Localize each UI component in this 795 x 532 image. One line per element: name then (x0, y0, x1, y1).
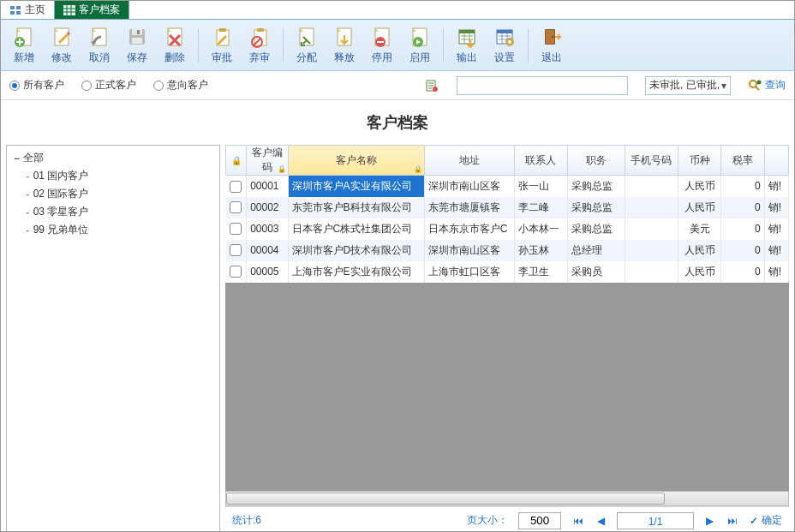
tree-node-label: 02 国际客户 (33, 187, 89, 201)
svg-rect-21 (257, 28, 264, 32)
radio-formal[interactable]: 正式客户 (81, 78, 136, 93)
radio-all-label: 所有客户 (23, 78, 64, 93)
exit-button[interactable]: 退出 (534, 23, 570, 67)
cell-phone (625, 218, 678, 240)
assign-button[interactable]: 分配 (289, 23, 325, 67)
grid-col-6[interactable]: 手机号码 (625, 146, 678, 176)
export-icon (455, 25, 479, 49)
pager-first[interactable]: ⏮ (571, 515, 585, 527)
table-row[interactable]: 00003日本客户C株式社集团公司日本东京市客户C小本林一采购总监美元0销! (226, 218, 789, 240)
tree-node-03[interactable]: 03 零星客户 (10, 203, 216, 221)
grid-col-label: 税率 (732, 154, 753, 166)
tree-root[interactable]: 全部 (10, 149, 216, 167)
query-button[interactable]: 查询 (748, 78, 786, 93)
pager-next[interactable]: ▶ (704, 515, 715, 527)
grid-col-4[interactable]: 联系人 (514, 146, 567, 176)
grid-col-9[interactable] (764, 146, 788, 176)
tree-node-99[interactable]: 99 兄弟单位 (10, 221, 216, 239)
grid-col-1[interactable]: 客户编码🔒 (247, 146, 288, 176)
edit-button[interactable]: 修改 (44, 23, 80, 67)
cell-last: 销! (764, 176, 788, 197)
lock-icon: 🔒 (414, 165, 422, 173)
lock-icon: 🔒 (278, 165, 286, 173)
page-size-input[interactable] (518, 512, 561, 529)
grid-tab-icon (63, 5, 75, 15)
pager-prev[interactable]: ◀ (595, 515, 607, 527)
approve-button[interactable]: 审批 (204, 23, 240, 67)
delete-label: 删除 (164, 51, 185, 65)
row-checkbox[interactable] (230, 244, 242, 256)
grid-col-label: 手机号码 (631, 154, 672, 166)
table-row[interactable]: 00004深圳市客户D技术有限公司深圳市南山区客孙玉林总经理人民币0销! (226, 240, 789, 261)
table-row[interactable]: 00005上海市客户E实业有限公司上海市虹口区客李卫生采购员人民币0销! (226, 261, 789, 283)
cell-contact: 孙玉林 (514, 240, 567, 261)
customer-grid-area: 🔒客户编码🔒客户名称🔒地址联系人职务手机号码币种税率 00001深圳市客户A实业… (225, 145, 789, 506)
tree-node-02[interactable]: 02 国际客户 (10, 185, 216, 203)
table-row[interactable]: 00001深圳市客户A实业有限公司深圳市南山区客张一山采购总监人民币0销! (226, 176, 789, 197)
radio-all[interactable]: 所有客户 (9, 78, 64, 93)
approve-label: 审批 (212, 51, 232, 65)
table-row[interactable]: 00002东莞市客户B科技有限公司东莞市塘厦镇客李二峰采购总监人民币0销! (226, 197, 789, 218)
cell-tax: 0 (721, 176, 764, 197)
disable-icon (370, 25, 394, 49)
cell-last: 销! (764, 197, 788, 218)
grid-col-label: 币种 (690, 154, 710, 166)
save-icon (125, 25, 149, 49)
exit-icon (540, 25, 564, 49)
pager-last[interactable]: ⏭ (726, 515, 739, 527)
grid-col-7[interactable]: 币种 (678, 146, 720, 176)
cell-contact: 小本林一 (514, 218, 567, 240)
save-button[interactable]: 保存 (119, 23, 155, 67)
scrollbar-thumb[interactable] (226, 493, 665, 505)
grid-horizontal-scrollbar[interactable] (225, 491, 789, 506)
svg-point-39 (552, 36, 553, 38)
cell-phone (625, 176, 678, 197)
svg-rect-28 (377, 41, 384, 43)
disable-button[interactable]: 停用 (364, 23, 400, 67)
settings-button[interactable]: 设置 (487, 23, 523, 67)
cancel-button[interactable]: 取消 (81, 23, 117, 67)
row-checkbox[interactable] (230, 266, 242, 278)
cell-title: 采购总监 (568, 197, 625, 218)
cell-title: 采购总监 (568, 218, 625, 240)
grid-col-0[interactable]: 🔒 (226, 146, 247, 176)
tab-customer-archive[interactable]: 客户档案 (55, 1, 129, 19)
cell-code: 00003 (247, 218, 288, 240)
cell-name: 东莞市客户B科技有限公司 (288, 197, 424, 218)
row-checkbox[interactable] (230, 223, 242, 235)
tab-home[interactable]: 主页 (1, 1, 55, 19)
svg-rect-34 (497, 30, 512, 33)
approval-status-select[interactable]: 未审批, 已审批, ▾ (645, 76, 731, 95)
cell-phone (625, 240, 678, 261)
search-input[interactable] (457, 76, 628, 95)
settings-label: 设置 (494, 51, 515, 65)
unapprove-button[interactable]: 弃审 (242, 23, 278, 67)
approval-status-value: 未审批, 已审批, (649, 78, 720, 93)
filter-toggle-icon[interactable] (424, 78, 439, 93)
grid-col-3[interactable]: 地址 (424, 146, 514, 176)
grid-col-5[interactable]: 职务 (568, 146, 625, 176)
cell-contact: 李二峰 (514, 197, 567, 218)
row-checkbox[interactable] (230, 201, 242, 213)
svg-point-36 (508, 40, 511, 44)
release-button[interactable]: 释放 (326, 23, 362, 67)
delete-button[interactable]: 删除 (157, 23, 193, 67)
grid-col-2[interactable]: 客户名称🔒 (288, 146, 424, 176)
pager-confirm-button[interactable]: ✓ 确定 (750, 513, 782, 528)
add-button[interactable]: 新增 (6, 23, 42, 67)
export-button[interactable]: 输出 (449, 23, 485, 67)
row-checkbox[interactable] (230, 181, 242, 193)
pager-page-display[interactable]: 1/1 (617, 512, 694, 529)
cell-addr: 深圳市南山区客 (424, 240, 514, 261)
pager-confirm-label: 确定 (762, 513, 782, 528)
radio-intent[interactable]: 意向客户 (153, 78, 208, 93)
export-label: 输出 (457, 51, 477, 65)
grid-col-8[interactable]: 税率 (721, 146, 764, 176)
tree-node-01[interactable]: 01 国内客户 (10, 167, 216, 185)
cancel-icon (87, 25, 111, 49)
enable-button[interactable]: 启用 (402, 23, 438, 67)
radio-intent-label: 意向客户 (167, 78, 208, 93)
approve-icon (210, 25, 234, 49)
cancel-label: 取消 (89, 51, 110, 65)
customer-grid: 🔒客户编码🔒客户名称🔒地址联系人职务手机号码币种税率 00001深圳市客户A实业… (225, 145, 789, 283)
